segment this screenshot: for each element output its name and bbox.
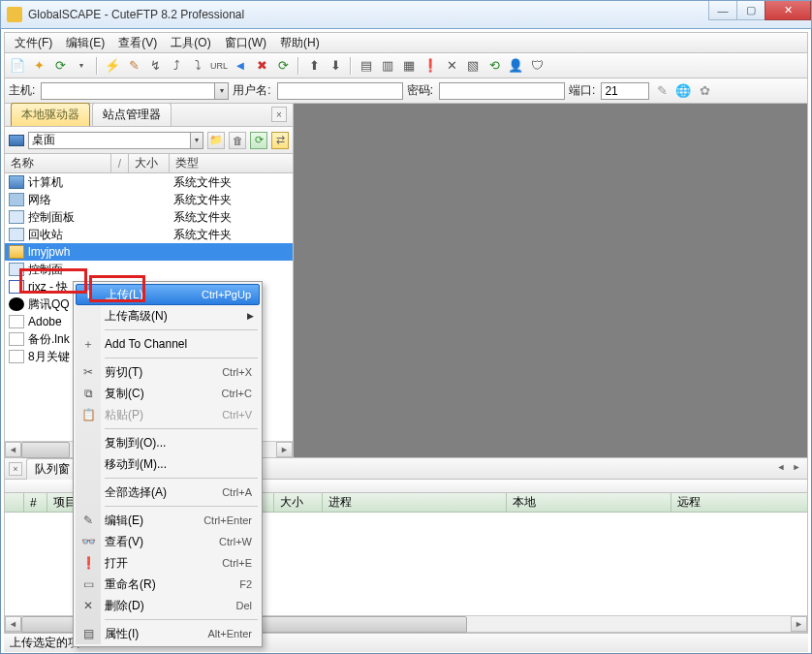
queue-scroll-right-icon[interactable]: ► bbox=[790, 460, 803, 474]
port-input[interactable] bbox=[601, 82, 649, 100]
back-icon[interactable]: ◄ bbox=[232, 57, 249, 75]
maximize-button[interactable]: ▢ bbox=[736, 1, 765, 20]
open-icon: ❗ bbox=[80, 555, 96, 571]
list-item[interactable]: 网络系统文件夹 bbox=[5, 191, 293, 208]
tab-local-drives[interactable]: 本地驱动器 bbox=[11, 103, 90, 126]
doc3-icon[interactable]: ▦ bbox=[400, 57, 418, 75]
refresh-icon[interactable]: ⟳ bbox=[250, 132, 267, 149]
tool1-icon[interactable]: ↯ bbox=[146, 57, 164, 75]
qcol-size[interactable]: 大小 bbox=[274, 493, 323, 512]
ctx-copy[interactable]: ⧉ 复制(C) Ctrl+C bbox=[76, 383, 260, 404]
title-bar: GlobalSCAPE - CuteFTP 8.2 Professional —… bbox=[0, 0, 812, 29]
tool2-icon[interactable]: ⤴ bbox=[168, 57, 185, 75]
separator bbox=[96, 57, 98, 75]
ctx-move-to[interactable]: 移动到(M)... bbox=[76, 453, 260, 475]
menu-file[interactable]: 文件(F) bbox=[9, 33, 58, 53]
user-icon[interactable]: 👤 bbox=[507, 57, 524, 75]
close-button[interactable]: ✕ bbox=[765, 1, 811, 20]
sync-icon[interactable]: ⟲ bbox=[485, 57, 503, 75]
separator bbox=[105, 358, 258, 358]
minimize-button[interactable]: — bbox=[708, 1, 737, 20]
wizard-icon[interactable]: ✦ bbox=[30, 57, 47, 75]
scroll-right-icon[interactable]: ► bbox=[276, 442, 293, 457]
menu-view[interactable]: 查看(V) bbox=[112, 33, 163, 53]
ctx-rename[interactable]: ▭ 重命名(R) F2 bbox=[76, 574, 260, 595]
menu-tools[interactable]: 工具(O) bbox=[165, 33, 216, 53]
monitor-icon bbox=[9, 135, 24, 146]
list-item[interactable]: 回收站系统文件夹 bbox=[5, 226, 293, 243]
col-name[interactable]: 名称 bbox=[5, 154, 111, 172]
tab-site-manager[interactable]: 站点管理器 bbox=[92, 103, 172, 126]
location-combo[interactable]: ▾ bbox=[28, 132, 203, 149]
qcol-flag[interactable] bbox=[5, 493, 24, 512]
ctx-add-channel[interactable]: ＋ Add To Channel bbox=[76, 333, 260, 355]
list-item[interactable]: 控制面板系统文件夹 bbox=[5, 208, 293, 226]
submenu-arrow-icon: ▶ bbox=[247, 311, 254, 321]
qcol-idx[interactable]: # bbox=[24, 493, 47, 512]
doc1-icon[interactable]: ▤ bbox=[358, 57, 375, 75]
queue-close-button[interactable]: × bbox=[9, 462, 22, 476]
shield-icon[interactable]: 🛡 bbox=[528, 57, 546, 75]
context-menu: ⬆ 上传(L) Ctrl+PgUp 上传高级(N) ▶ ＋ Add To Cha… bbox=[73, 281, 263, 647]
menu-window[interactable]: 窗口(W) bbox=[219, 33, 272, 53]
scroll-right-icon[interactable]: ► bbox=[791, 616, 807, 632]
delete-icon[interactable]: 🗑 bbox=[229, 132, 246, 149]
remote-pane[interactable] bbox=[294, 104, 807, 457]
qcol-local[interactable]: 本地 bbox=[507, 493, 671, 512]
refresh-icon[interactable]: ⟳ bbox=[51, 57, 69, 75]
cancel-icon[interactable]: ✕ bbox=[443, 57, 460, 75]
ctx-properties[interactable]: ▤ 属性(I) Alt+Enter bbox=[76, 623, 260, 644]
col-size[interactable]: 大小 bbox=[129, 154, 170, 172]
queue-tab[interactable]: 队列窗 bbox=[26, 458, 78, 480]
conn-wand-icon[interactable]: ✎ bbox=[653, 82, 671, 100]
qcol-progress[interactable]: 进程 bbox=[323, 493, 507, 512]
ctx-edit[interactable]: ✎ 编辑(E) Ctrl+Enter bbox=[76, 510, 260, 531]
list-item[interactable]: 控制面 bbox=[5, 261, 293, 278]
url-icon[interactable]: URL bbox=[210, 57, 228, 75]
menu-edit[interactable]: 编辑(E) bbox=[60, 33, 110, 53]
conn-globe-icon[interactable]: 🌐 bbox=[674, 82, 692, 100]
dropdown-icon[interactable]: ▾ bbox=[73, 57, 90, 75]
ctx-upload-advanced[interactable]: 上传高级(N) ▶ bbox=[76, 305, 260, 327]
list-item[interactable]: 计算机系统文件夹 bbox=[5, 173, 293, 191]
host-combo[interactable]: ▾ bbox=[41, 82, 229, 100]
qcol-remote[interactable]: 远程 bbox=[671, 493, 807, 512]
chevron-down-icon[interactable]: ▾ bbox=[191, 132, 203, 149]
stop-icon[interactable]: ✖ bbox=[253, 57, 270, 75]
down-icon[interactable]: ⬇ bbox=[327, 57, 344, 75]
alert-icon[interactable]: ❗ bbox=[422, 57, 439, 75]
folder-up-icon[interactable]: 📁 bbox=[207, 132, 225, 149]
up-icon[interactable]: ⬆ bbox=[305, 57, 323, 75]
ctx-delete[interactable]: ✕ 删除(D) Del bbox=[76, 595, 260, 616]
col-type[interactable]: 类型 bbox=[170, 154, 293, 172]
doc4-icon[interactable]: ▧ bbox=[464, 57, 482, 75]
tool3-icon[interactable]: ⤵ bbox=[189, 57, 206, 75]
scroll-thumb[interactable] bbox=[21, 442, 70, 458]
connect-icon[interactable]: ⚡ bbox=[104, 57, 121, 75]
menu-help[interactable]: 帮助(H) bbox=[274, 33, 326, 53]
ctx-copy-to[interactable]: 复制到(O)... bbox=[76, 432, 260, 453]
list-item-selected[interactable]: lmyjpwh bbox=[5, 243, 293, 261]
scroll-left-icon[interactable]: ◄ bbox=[5, 442, 21, 457]
ctx-select-all[interactable]: 全部选择(A) Ctrl+A bbox=[76, 482, 260, 503]
conn-gear-icon[interactable]: ✿ bbox=[696, 82, 713, 100]
location-input[interactable] bbox=[28, 132, 191, 149]
wand-icon[interactable]: ✎ bbox=[125, 57, 142, 75]
queue-scroll-left-icon[interactable]: ◄ bbox=[774, 460, 788, 474]
host-input[interactable] bbox=[41, 82, 215, 100]
new-icon[interactable]: 📄 bbox=[9, 57, 26, 75]
ctx-upload[interactable]: ⬆ 上传(L) Ctrl+PgUp bbox=[76, 284, 260, 305]
ctx-cut[interactable]: ✂ 剪切(T) Ctrl+X bbox=[76, 361, 260, 383]
status-text: 上传选定的项 bbox=[10, 635, 79, 651]
doc2-icon[interactable]: ▥ bbox=[379, 57, 396, 75]
sync-icon[interactable]: ⇄ bbox=[271, 132, 289, 149]
scroll-left-icon[interactable]: ◄ bbox=[5, 616, 21, 632]
ctx-open[interactable]: ❗ 打开 Ctrl+E bbox=[76, 552, 260, 574]
chevron-down-icon[interactable]: ▾ bbox=[215, 82, 229, 100]
tab-close-button[interactable]: × bbox=[271, 107, 287, 122]
col-sort[interactable]: / bbox=[111, 154, 129, 172]
reload-icon[interactable]: ⟳ bbox=[274, 57, 292, 75]
pass-input[interactable] bbox=[439, 82, 565, 100]
ctx-view[interactable]: 👓 查看(V) Ctrl+W bbox=[76, 531, 260, 552]
user-input[interactable] bbox=[277, 82, 403, 100]
